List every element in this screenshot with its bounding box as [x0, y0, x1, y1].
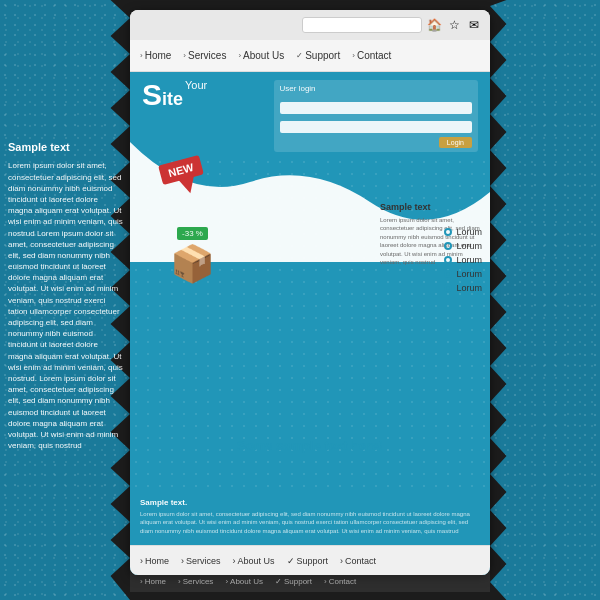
- outer-nav-support[interactable]: ✓ Support: [275, 577, 312, 586]
- outer-nav-contact[interactable]: › Contact: [324, 577, 356, 586]
- nav-support[interactable]: ✓ Support: [296, 50, 340, 61]
- site-content: SiteYour User login Login NEW -33 % 📦 Sa…: [130, 72, 490, 575]
- bottom-nav-home[interactable]: › Home: [140, 556, 169, 566]
- nav-home[interactable]: › Home: [140, 50, 171, 61]
- list-item: Lorum: [444, 241, 482, 251]
- lorum-list: Lorum Lorum Lorum Lorum Lorum: [444, 227, 482, 297]
- password-input[interactable]: [280, 121, 472, 133]
- list-dot: [444, 242, 452, 250]
- dot-pattern-right: [490, 0, 600, 600]
- outer-nav-services[interactable]: › Services: [178, 577, 213, 586]
- product-card: -33 % 📦: [170, 222, 215, 285]
- browser-toolbar: 🏠 ☆ ✉: [130, 10, 490, 40]
- top-nav: › Home › Services › About Us ✓ Support ›…: [130, 40, 490, 72]
- username-input[interactable]: [280, 102, 472, 114]
- browser-mockup: 🏠 ☆ ✉ › Home › Services › About Us ✓ Sup…: [130, 10, 490, 575]
- bottom-sample-title: Sample text.: [140, 498, 480, 507]
- list-dot: [444, 228, 452, 236]
- list-item: Lorum: [444, 269, 482, 279]
- some-sample-section: Some sample text here!: [130, 415, 490, 475]
- bottom-nav-about[interactable]: › About Us: [233, 556, 275, 566]
- list-item: Lorum: [444, 283, 482, 293]
- site-title: SiteYour: [142, 80, 207, 110]
- star-icon[interactable]: ☆: [446, 17, 462, 33]
- mail-icon[interactable]: ✉: [466, 17, 482, 33]
- box-icon: 📦: [170, 243, 215, 285]
- nav-contact[interactable]: › Contact: [352, 50, 391, 61]
- bottom-nav: › Home › Services › About Us ✓ Support ›…: [130, 545, 490, 575]
- left-text-panel: Sample text Lorem ipsum dolor sit amet, …: [8, 140, 123, 451]
- nav-services[interactable]: › Services: [183, 50, 226, 61]
- login-title: User login: [280, 84, 472, 93]
- bottom-sample-section: Sample text. Lorem ipsum dolor sit amet,…: [130, 493, 490, 540]
- bottom-nav-contact[interactable]: › Contact: [340, 556, 376, 566]
- sample-text-heading: Sample text: [380, 202, 480, 212]
- bottom-nav-support[interactable]: ✓ Support: [287, 556, 329, 566]
- left-lorem-text: Lorem ipsum dolor sit amet, consectetuer…: [8, 160, 123, 451]
- bottom-sample-text-block: Sample text. Lorem ipsum dolor sit amet,…: [140, 498, 480, 535]
- browser-urlbar: [302, 17, 422, 33]
- discount-badge: -33 %: [177, 227, 208, 240]
- outer-nav-home[interactable]: › Home: [140, 577, 166, 586]
- right-panel-bg: [490, 0, 600, 600]
- nav-about[interactable]: › About Us: [238, 50, 284, 61]
- list-dot: [444, 284, 452, 292]
- list-item: Lorum: [444, 255, 482, 265]
- list-item: Lorum: [444, 227, 482, 237]
- outer-nav-about[interactable]: › About Us: [225, 577, 263, 586]
- list-dot: [444, 256, 452, 264]
- some-sample-text: Some sample text here!: [237, 438, 383, 453]
- bottom-sample-body: Lorem ipsum dolor sit amet, consectetuer…: [140, 510, 480, 535]
- bottom-nav-services[interactable]: › Services: [181, 556, 221, 566]
- home-icon[interactable]: 🏠: [426, 17, 442, 33]
- list-dot: [444, 270, 452, 278]
- new-badge: NEW: [160, 160, 202, 180]
- left-sample-heading: Sample text: [8, 140, 123, 155]
